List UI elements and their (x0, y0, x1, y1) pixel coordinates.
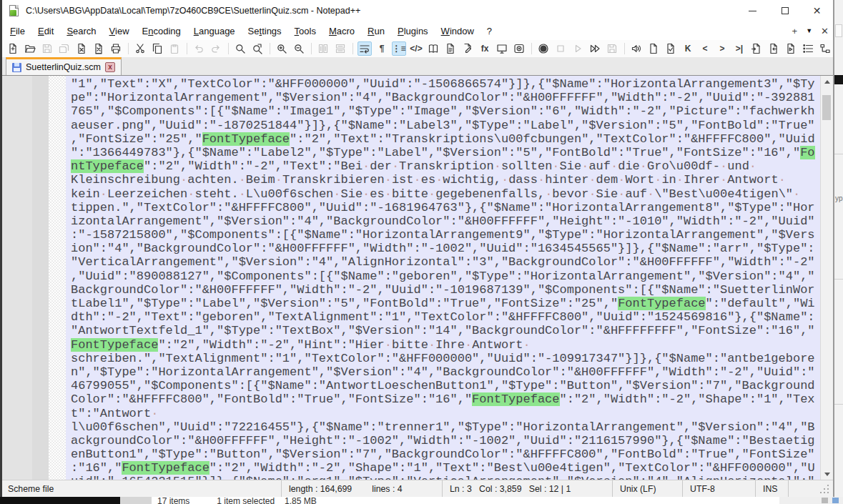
menu-search[interactable]: Search (60, 23, 102, 39)
minimize-icon (749, 11, 756, 11)
plugin-tree-icon[interactable] (818, 41, 832, 56)
menu-edit[interactable]: Edit (31, 23, 60, 39)
macro-stop-icon (553, 41, 568, 56)
document-list-icon[interactable] (443, 41, 458, 56)
toolbar: ¶⋮≡</>fxK<>>|» (2, 40, 833, 57)
menu-close-icon[interactable]: ✕ (821, 26, 829, 36)
macro-save-icon (605, 41, 619, 56)
document-monitor-icon[interactable] (512, 41, 526, 56)
document-map-icon[interactable] (426, 41, 440, 56)
plugin-doc-icon[interactable] (646, 41, 661, 56)
save-file-icon (40, 41, 54, 56)
plugin-doc-run-icon[interactable] (784, 41, 798, 56)
status-encoding[interactable]: UTF-8 (683, 480, 756, 497)
plugin-doc-check-icon[interactable] (664, 41, 678, 56)
paste-icon (167, 41, 182, 56)
explorer-thumbnail-view-icon[interactable] (832, 498, 839, 503)
monitor-icon[interactable] (495, 41, 509, 56)
menu-run[interactable]: Run (361, 23, 391, 39)
replace-icon[interactable] (250, 41, 265, 56)
editor-line: kein·Leerzeichen·steht.·L\u00f6schen·Sie… (71, 187, 820, 201)
tab-suetterlinquiz[interactable]: SuetterlinQuiz.scm x (6, 57, 122, 75)
vertical-scrollbar[interactable] (820, 76, 833, 480)
editor-line: :"-1587215800","$Components":[{"$Name":"… (71, 228, 820, 242)
print-icon[interactable] (109, 41, 123, 56)
menu-file[interactable]: File (4, 23, 31, 39)
editor-line: dth":"-2","Text":"geboren","TextAlignmen… (71, 310, 820, 324)
status-bar: Scheme file length : 164,699 lines : 4 L… (2, 480, 833, 497)
menu-plugins[interactable]: Plugins (391, 23, 435, 39)
editor-line: ion":"4","BackgroundColor":"&H00FFFFFF",… (71, 242, 820, 255)
toolbar-separator (187, 43, 187, 54)
open-file-icon[interactable] (23, 41, 37, 56)
resize-grip[interactable] (789, 480, 833, 497)
sync-horizontal-icon (333, 41, 347, 56)
editor-text[interactable]: "1","Text":"X","TextColor":"&HFF000000",… (66, 76, 820, 480)
explorer-selected-count: 1 item selected (217, 497, 275, 504)
plugin-doc-import-icon[interactable] (749, 41, 764, 56)
macro-run-multiple-icon[interactable] (588, 41, 602, 56)
maximize-button[interactable] (769, 0, 801, 21)
menu-window[interactable]: Window (435, 23, 480, 39)
close-icon: ✕ (813, 6, 822, 16)
menu-view[interactable]: View (103, 23, 136, 39)
margin-fold[interactable] (49, 76, 66, 480)
grip-dots-icon (827, 492, 829, 493)
plugin-list-icon[interactable] (801, 41, 815, 56)
document-edit-icon[interactable] (460, 41, 475, 56)
close-button[interactable]: ✕ (801, 0, 833, 21)
notepad-plus-plus-window: C:\Users\ABG\AppData\Local\Temp\7zO460CB… (0, 0, 834, 497)
plugin-k-icon[interactable]: K (681, 41, 695, 56)
menu-language[interactable]: Language (187, 23, 242, 39)
plugin-prev-icon[interactable]: < (698, 41, 712, 56)
scroll-up-button[interactable] (821, 76, 833, 87)
explorer-details-view-icon[interactable] (822, 498, 828, 503)
word-wrap-icon[interactable] (358, 41, 372, 56)
menu-help[interactable]: ? (480, 23, 498, 39)
smart-highlight: FontTypeface (202, 132, 290, 146)
menu-encoding[interactable]: Encoding (136, 23, 187, 39)
editor-line: uid":"-1654231515"}]},{"$Name":"org1","$… (71, 475, 820, 480)
toolbar-separator (311, 43, 312, 54)
cut-icon[interactable] (133, 41, 147, 56)
maximize-icon (782, 7, 789, 14)
zoom-in-icon[interactable] (275, 41, 289, 56)
close-all-icon[interactable] (92, 41, 106, 56)
scroll-down-button[interactable] (821, 468, 833, 480)
indent-guide-icon[interactable]: ⋮≡ (392, 41, 406, 56)
plugin-next-icon[interactable]: > (715, 41, 729, 56)
menu-tools[interactable]: Tools (288, 23, 322, 39)
editor-line: "1","Text":"X","TextColor":"&HFF000000",… (71, 77, 820, 91)
margin-bookmarks[interactable] (2, 76, 32, 480)
zoom-out-icon[interactable] (292, 41, 306, 56)
editor-line: pe":"HorizontalArrangement","$Version":"… (71, 91, 820, 104)
close-file-icon[interactable] (74, 41, 89, 56)
minimize-button[interactable] (736, 0, 769, 21)
plugin-doc-export-icon[interactable] (766, 41, 781, 56)
menu-plus-icon[interactable]: + (792, 26, 798, 36)
status-doc-type: Scheme file (2, 480, 282, 497)
function-list-icon[interactable]: </> (409, 41, 423, 56)
menu-macro[interactable]: Macro (322, 23, 361, 39)
function-fx-icon[interactable]: fx (478, 41, 492, 56)
show-all-characters-icon[interactable]: ¶ (375, 41, 389, 56)
editor-area[interactable]: "1","Text":"X","TextColor":"&HFF000000",… (2, 76, 833, 480)
new-file-icon[interactable] (6, 41, 20, 56)
status-eol-format[interactable]: Unix (LF) (613, 480, 683, 497)
tab-close-icon[interactable]: x (105, 62, 115, 72)
toolbar-separator (531, 43, 532, 54)
menu-dropdown-icon[interactable]: ▼ (806, 28, 812, 34)
copy-icon[interactable] (150, 41, 164, 56)
menu-settings[interactable]: Settings (242, 23, 288, 39)
scroll-down-icon (824, 473, 830, 476)
plugin-speaker-icon[interactable] (629, 41, 644, 56)
scrollbar-thumb[interactable] (822, 95, 831, 120)
saved-file-icon (12, 63, 21, 72)
plugin-last-icon[interactable]: >| (732, 41, 746, 56)
macro-record-icon[interactable] (536, 41, 551, 56)
status-insert-mode[interactable]: INS (756, 480, 789, 497)
editor-line: ntTypeface":"2","Width":"-2","Text":"Bei… (71, 159, 820, 173)
tab-bar: SuetterlinQuiz.scm x (2, 57, 833, 76)
find-icon[interactable] (233, 41, 247, 56)
editor-line: tippen.","TextColor":"&HFFFFC800","Uuid"… (71, 201, 820, 214)
